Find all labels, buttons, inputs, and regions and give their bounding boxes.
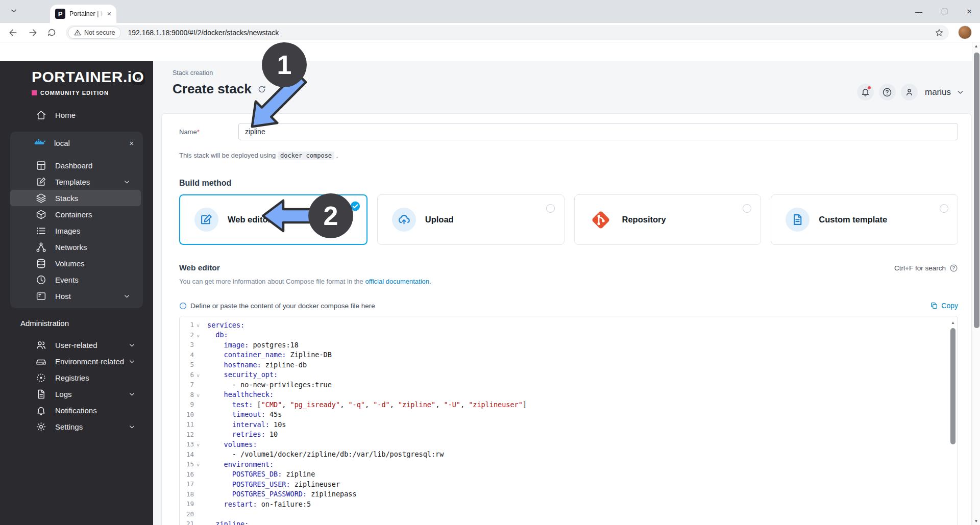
editor-scrollbar-thumb[interactable] (950, 328, 955, 444)
fold-icon[interactable] (194, 484, 202, 485)
sidebar-item-environment-related[interactable]: Environment-related (0, 353, 153, 369)
sidebar-item-label: Dashboard (55, 161, 92, 170)
build-method-repository[interactable]: Repository (574, 194, 762, 245)
sidebar-item-label: Templates (55, 178, 90, 186)
fold-icon[interactable] (194, 454, 202, 455)
deploy-method-code: docker compose (278, 152, 334, 160)
code-line: 3 image: postgres:18 (180, 340, 958, 350)
sidebar-item-label: Home (55, 111, 76, 119)
help-button[interactable] (879, 84, 896, 101)
window-minimize-icon[interactable]: — (915, 8, 922, 16)
fold-icon[interactable] (194, 493, 202, 494)
stacks-icon (36, 193, 46, 204)
sidebar-item-stacks[interactable]: Stacks (10, 190, 141, 206)
bell-icon (36, 405, 46, 416)
official-documentation-link[interactable]: official documentation (365, 278, 429, 285)
build-method-web-editor[interactable]: Web editor (179, 194, 368, 245)
chevron-down-icon (128, 390, 136, 398)
compose-code-editor[interactable]: 1vservices:2v db:3 image: postgres:184 c… (179, 316, 958, 525)
stack-name-input[interactable] (238, 123, 958, 140)
page-scrollbar-thumb[interactable] (974, 53, 979, 328)
browser-tab[interactable]: P Portainer | local × (50, 5, 116, 23)
code-line: 2v db: (180, 330, 958, 340)
refresh-icon[interactable] (257, 85, 266, 94)
sidebar-item-events[interactable]: Events (10, 271, 143, 288)
sidebar-item-label: Volumes (55, 259, 85, 268)
sidebar-item-images[interactable]: Images (10, 222, 143, 239)
sidebar-item-registries[interactable]: Registries (0, 369, 153, 386)
gear-icon (36, 421, 46, 432)
sidebar-item-dashboard[interactable]: Dashboard (10, 157, 143, 173)
scroll-up-icon[interactable]: ▲ (972, 44, 980, 48)
environment-header[interactable]: local × (10, 132, 143, 154)
sidebar-item-label: Networks (55, 243, 87, 252)
sidebar-item-user-related[interactable]: User-related (0, 337, 153, 353)
sidebar-item-home[interactable]: Home (0, 106, 153, 123)
fold-icon[interactable] (194, 424, 202, 425)
fold-icon[interactable] (194, 523, 202, 524)
help-circle-icon[interactable] (949, 264, 958, 272)
sidebar-item-settings[interactable]: Settings (0, 418, 153, 435)
fold-icon[interactable]: v (194, 461, 202, 467)
fold-icon[interactable] (194, 414, 202, 415)
fold-icon[interactable]: v (194, 321, 202, 328)
build-method-custom-template[interactable]: Custom template (771, 194, 958, 245)
fold-icon[interactable] (194, 354, 202, 355)
fold-icon[interactable]: v (194, 371, 202, 378)
sidebar-item-networks[interactable]: Networks (10, 239, 143, 255)
sidebar-item-label: Containers (55, 210, 92, 219)
window-close-icon[interactable]: × (967, 7, 972, 17)
code-line: 10 timeout: 45s (180, 410, 958, 420)
chevron-down-icon[interactable] (956, 88, 965, 96)
fold-icon[interactable]: v (194, 332, 202, 338)
notifications-button[interactable] (857, 84, 874, 101)
scroll-up-icon[interactable]: ▲ (950, 320, 956, 326)
portainer-logo: PORTAINER.iO (32, 68, 144, 86)
copy-button[interactable]: Copy (930, 302, 958, 310)
sidebar-item-containers[interactable]: Containers (10, 206, 143, 222)
environment-nav: Dashboard Templates Stacks Containers (10, 154, 143, 304)
sidebar-item-label: Notifications (55, 406, 97, 415)
not-secure-badge[interactable]: Not secure (68, 27, 121, 39)
tab-search-icon[interactable] (10, 7, 17, 16)
sidebar-item-volumes[interactable]: Volumes (10, 255, 143, 271)
sidebar-item-logs[interactable]: Logs (0, 386, 153, 402)
fold-icon[interactable] (194, 384, 202, 385)
forward-icon[interactable] (28, 28, 38, 38)
fold-icon[interactable] (194, 344, 202, 345)
scroll-down-icon[interactable]: ▼ (972, 519, 980, 523)
breadcrumb: Stack creation (173, 69, 980, 77)
back-icon[interactable] (8, 28, 18, 38)
radio-unselected-icon[interactable] (743, 204, 751, 213)
user-menu-button[interactable] (901, 84, 918, 101)
browser-profile-avatar[interactable] (958, 26, 972, 39)
page-scrollbar[interactable]: ▲ ▼ (972, 42, 980, 525)
radio-unselected-icon[interactable] (546, 204, 555, 213)
name-field-label: Name* (179, 128, 238, 136)
bookmark-star-icon[interactable] (935, 28, 944, 37)
host-icon (36, 291, 46, 302)
editor-scrollbar[interactable]: ▲ (950, 320, 956, 444)
fold-icon[interactable]: v (194, 441, 202, 447)
chevron-down-icon (128, 423, 136, 431)
code-line: 15v environment: (180, 459, 958, 469)
sidebar-item-templates[interactable]: Templates (10, 173, 143, 190)
sidebar-item-notifications[interactable]: Notifications (0, 402, 153, 418)
url-field[interactable]: Not secure 192.168.1.18:9000/#!/2/docker… (66, 25, 949, 40)
sidebar-item-host[interactable]: Host (10, 288, 143, 304)
fold-icon[interactable] (194, 364, 202, 365)
fold-icon[interactable] (194, 473, 202, 474)
window-maximize-icon[interactable] (942, 9, 947, 14)
build-method-title: Build method (179, 179, 958, 188)
fold-icon[interactable] (194, 513, 202, 514)
fold-icon[interactable] (194, 504, 202, 505)
containers-icon (36, 209, 46, 220)
fold-icon[interactable]: v (194, 391, 202, 398)
fold-icon[interactable] (194, 434, 202, 435)
fold-icon[interactable] (194, 404, 202, 405)
radio-unselected-icon[interactable] (940, 204, 948, 213)
build-method-upload[interactable]: Upload (377, 194, 565, 245)
reload-icon[interactable] (47, 28, 57, 37)
tab-close-icon[interactable]: × (107, 10, 111, 18)
environment-close-icon[interactable]: × (129, 139, 134, 147)
